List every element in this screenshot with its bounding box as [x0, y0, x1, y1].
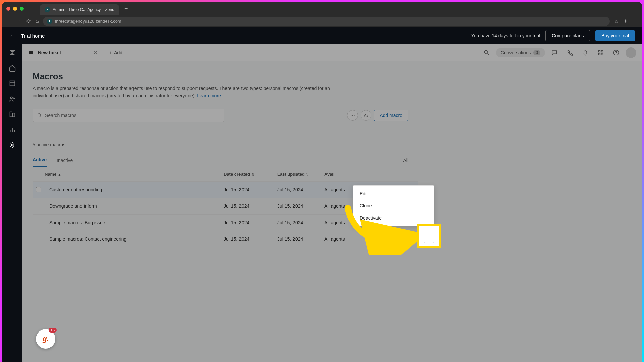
svg-rect-15 [598, 53, 600, 55]
conv-count-badge: 0 [533, 50, 540, 55]
page-description: A macro is a prepared response or action… [33, 85, 348, 99]
plus-icon: + [109, 50, 112, 55]
help-widget[interactable]: g. 15 [36, 329, 55, 349]
search-macros-input[interactable] [33, 109, 224, 122]
help-widget-count: 15 [49, 328, 57, 333]
star-icon[interactable]: ☆ [614, 18, 619, 24]
url-input[interactable]: z threecatagency9128.zendesk.com [43, 17, 610, 26]
annotation-highlight: ⋮ [417, 224, 441, 248]
conversations-pill[interactable]: Conversations 0 [496, 48, 545, 57]
nav-back-icon[interactable]: ← [6, 18, 12, 24]
menu-deactivate[interactable]: Deactivate [353, 212, 434, 224]
user-avatar[interactable] [626, 47, 636, 58]
svg-rect-13 [598, 50, 600, 52]
sidebar-customers-icon[interactable] [8, 95, 16, 103]
row-actions-button[interactable]: ⋮ [424, 230, 434, 243]
help-widget-icon: g. [42, 335, 49, 343]
svg-point-9 [11, 144, 13, 146]
svg-rect-5 [13, 113, 15, 117]
extensions-icon[interactable]: ✦ [623, 18, 628, 24]
nav-reload-icon[interactable]: ⟳ [26, 18, 31, 24]
window-close-icon[interactable] [6, 7, 10, 11]
svg-rect-0 [10, 81, 15, 86]
ticket-icon [29, 50, 34, 55]
svg-rect-14 [601, 50, 603, 52]
menu-clone[interactable]: Clone [353, 200, 434, 212]
sidebar-admin-icon[interactable] [8, 141, 16, 149]
browser-address-bar: ← → ⟳ ⌂ z threecatagency9128.zendesk.com… [2, 15, 642, 27]
workspace-topbar: New ticket ✕ + Add Conversations 0 [22, 44, 642, 61]
row-context-menu: Edit Clone Deactivate [353, 185, 434, 226]
row-checkbox[interactable] [36, 187, 41, 192]
header-updated[interactable]: Last updated⇅ [277, 172, 324, 177]
browser-menu-icon[interactable]: ⋮ [632, 18, 638, 24]
header-availability[interactable]: Avail [324, 172, 371, 177]
macro-count: 5 active macros [33, 142, 418, 147]
sidebar-zendesk-icon[interactable] [8, 49, 16, 57]
ticket-tab[interactable]: New ticket ✕ [22, 44, 104, 61]
buy-trial-button[interactable]: Buy your trial [595, 30, 635, 41]
sidebar-reports-icon[interactable] [8, 126, 16, 134]
tab-inactive[interactable]: Inactive [57, 154, 73, 166]
zendesk-favicon-icon: z [45, 7, 50, 12]
sidebar-org-icon[interactable] [8, 110, 16, 118]
browser-titlebar: z Admin – Three Cat Agency – Zend + [2, 2, 642, 15]
chat-icon[interactable] [548, 47, 560, 59]
svg-rect-16 [601, 53, 603, 55]
apps-icon[interactable] [595, 47, 607, 59]
sort-icon: ⇅ [251, 173, 254, 176]
more-options-button[interactable]: ⋯ [347, 110, 358, 121]
filter-dropdown[interactable]: All [403, 158, 408, 163]
svg-point-11 [484, 50, 488, 54]
new-tab-button[interactable]: + [124, 5, 128, 12]
search-icon[interactable] [481, 47, 493, 59]
trial-bar: ← Trial home You have 14 days left in yo… [2, 27, 642, 44]
tab-title: Admin – Three Cat Agency – Zend [53, 7, 114, 12]
sidebar-views-icon[interactable] [8, 79, 16, 87]
add-macro-button[interactable]: Add macro [374, 110, 408, 121]
sort-icon: ⇅ [306, 173, 309, 176]
browser-tab[interactable]: z Admin – Three Cat Agency – Zend [40, 4, 119, 15]
svg-point-3 [13, 98, 15, 99]
learn-more-link[interactable]: Learn more [197, 93, 221, 98]
help-icon[interactable] [610, 47, 622, 59]
sort-az-button[interactable]: A↓ [361, 110, 371, 121]
menu-edit[interactable]: Edit [353, 188, 434, 200]
window-maximize-icon[interactable] [20, 7, 24, 11]
bell-icon[interactable] [579, 47, 591, 59]
trial-home-link[interactable]: Trial home [21, 33, 45, 39]
sidebar [2, 44, 22, 362]
table-row[interactable]: Sample macros::Contact engineering Jul 1… [33, 231, 418, 247]
site-favicon-icon: z [47, 19, 52, 24]
page-title: Macros [33, 71, 418, 82]
sort-asc-icon: ▲ [58, 173, 61, 176]
svg-point-2 [11, 97, 13, 99]
compare-plans-button[interactable]: Compare plans [545, 30, 590, 41]
svg-point-18 [38, 114, 41, 116]
url-text: threecatagency9128.zendesk.com [55, 19, 121, 24]
phone-icon[interactable] [564, 47, 576, 59]
svg-rect-4 [10, 112, 12, 117]
svg-rect-10 [29, 51, 33, 54]
header-created[interactable]: Date created⇅ [224, 172, 277, 177]
trial-back-icon[interactable]: ← [9, 32, 16, 40]
header-name[interactable]: Name▲ [45, 172, 224, 177]
nav-home-icon[interactable]: ⌂ [36, 18, 39, 24]
ticket-tab-label: New ticket [38, 50, 89, 55]
add-tab-button[interactable]: + Add [104, 50, 128, 55]
svg-line-19 [40, 116, 41, 117]
sidebar-home-icon[interactable] [8, 64, 16, 72]
nav-forward-icon[interactable]: → [16, 18, 22, 24]
svg-line-12 [487, 53, 489, 55]
search-icon [37, 113, 42, 118]
tab-active[interactable]: Active [33, 154, 47, 167]
window-minimize-icon[interactable] [13, 7, 17, 11]
trial-message: You have 14 days left in your trial [471, 33, 540, 38]
ticket-close-icon[interactable]: ✕ [93, 49, 98, 56]
